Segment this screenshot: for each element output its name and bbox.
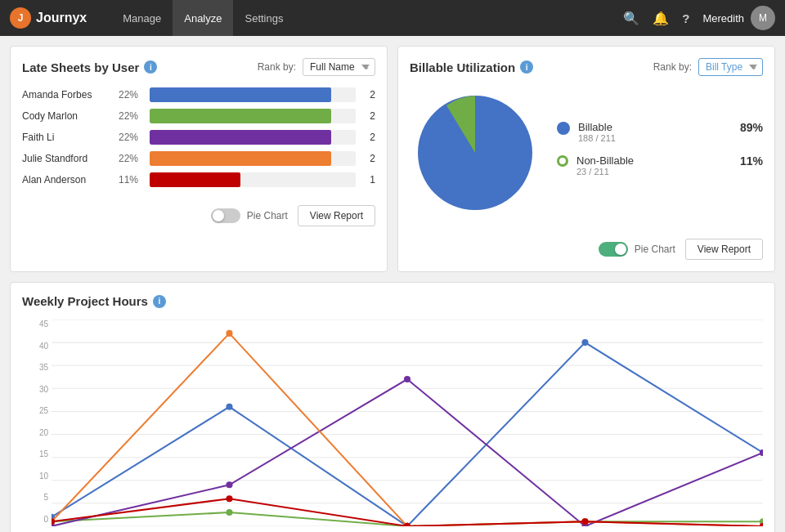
billable-dot [557,122,570,135]
billable-info-icon[interactable]: i [520,60,533,74]
bar-row: Alan Anderson 11% 1 [22,172,375,187]
pie-chart-container [410,87,541,221]
billable-rank-select-wrapper: Bill Type Category Project [698,58,763,76]
billable-view-report-button[interactable]: View Report [685,239,763,260]
rank-by-select[interactable]: Full Name Last Name Username [303,58,375,76]
bar-pct: 22% [119,132,143,143]
bar [150,151,331,166]
svg-point-23 [404,376,410,382]
top-row: Late Sheets by User i Rank by: Full Name… [10,46,775,272]
billable-content: Billable 188 / 211 89% Non-Billable 23 /… [410,87,763,221]
bar-pct: 22% [119,153,143,164]
billable-legend-item-nonbillable: Non-Billable 23 / 211 11% [557,154,763,177]
nonbillable-text: Non-Billable 23 / 211 [576,154,732,177]
avatar: M [751,6,775,30]
svg-point-34 [581,518,588,525]
billable-header: Billable Utilization i Rank by: Bill Typ… [410,58,763,76]
late-sheets-footer: Pie Chart View Report [22,199,375,226]
bar-container [150,151,356,166]
bar-pct: 22% [119,89,143,101]
bar-count: 2 [362,132,375,143]
bar-label: Julie Standford [22,153,112,164]
late-sheets-rank-by: Rank by: Full Name Last Name Username [258,58,375,76]
late-sheets-view-report-button[interactable]: View Report [298,205,375,226]
svg-point-22 [226,481,232,488]
late-sheets-info-icon[interactable]: i [144,60,157,74]
bar-row: Julie Standford 22% 2 [22,151,375,166]
bar-count: 2 [362,110,375,122]
bar-label: Cody Marlon [22,110,112,122]
weekly-title: Weekly Project Hours i [22,294,166,308]
billable-rank-by: Rank by: Bill Type Category Project [653,58,763,76]
svg-point-14 [581,339,588,346]
bar-container [150,172,356,187]
bar-count: 1 [362,174,375,186]
pie-chart-toggle[interactable] [211,208,240,223]
late-sheets-title: Late Sheets by User i [22,60,157,74]
bar-label: Faith Li [22,132,112,143]
pie-chart-svg [410,87,541,218]
billable-toggle-knob [615,244,626,255]
header-right: 🔍 🔔 ? Meredith M [623,6,775,30]
weekly-project-hours-card: Weekly Project Hours i 45 40 35 30 25 20… [10,282,775,532]
svg-point-27 [226,330,232,337]
billable-pie-chart-label: Pie Chart [635,244,675,255]
weekly-info-icon[interactable]: i [153,295,166,308]
app-logo: J Journyx [10,7,87,29]
nav-analyze[interactable]: Analyze [173,0,233,36]
chart-area: 45 40 35 30 25 20 15 10 5 0 [22,320,763,532]
bar-row: Cody Marlon 22% 2 [22,109,375,123]
toggle-knob [213,210,224,221]
billable-pie-toggle-container: Pie Chart [599,242,675,257]
nav-settings[interactable]: Settings [233,0,294,36]
late-sheets-card: Late Sheets by User i Rank by: Full Name… [10,46,388,272]
logo-icon: J [10,7,31,29]
bar [150,87,331,102]
billable-text: Billable 188 / 211 [578,121,732,143]
billable-rank-select[interactable]: Bill Type Category Project [698,58,763,76]
line-chart-svg [52,320,763,526]
main-nav: Manage Analyze Settings [111,0,294,36]
billable-legend-item-billable: Billable 188 / 211 89% [557,121,763,143]
pie-chart-toggle-container: Pie Chart [211,208,288,223]
rank-by-select-wrapper: Full Name Last Name Username [303,58,375,76]
bar-count: 2 [362,89,375,101]
bar [150,172,240,187]
svg-point-35 [760,523,763,526]
bar-container [150,109,356,123]
app-header: J Journyx Manage Analyze Settings 🔍 🔔 ? … [0,0,785,36]
y-axis-labels: 45 40 35 30 25 20 15 10 5 0 [22,320,52,524]
bar-count: 2 [362,153,375,164]
user-menu[interactable]: Meredith M [702,6,775,30]
billable-legend: Billable 188 / 211 89% Non-Billable 23 /… [557,121,763,188]
bar-row: Faith Li 22% 2 [22,130,375,145]
nonbillable-dot [557,155,568,167]
svg-point-12 [226,404,232,410]
bar-row: Amanda Forbes 22% 2 [22,87,375,102]
bar [150,130,331,145]
billable-pie-chart-toggle[interactable] [599,242,628,257]
bar-pct: 22% [119,110,143,122]
bar-container [150,87,356,102]
pie-chart-label: Pie Chart [247,210,288,221]
late-sheets-header: Late Sheets by User i Rank by: Full Name… [22,58,375,76]
bell-icon[interactable]: 🔔 [653,11,669,26]
billable-title: Billable Utilization i [410,60,533,74]
help-icon[interactable]: ? [682,11,689,25]
svg-point-17 [226,509,232,516]
bar-pct: 11% [119,174,143,186]
bar-rows: Amanda Forbes 22% 2 Cody Marlon 22% 2 Fa… [22,87,375,187]
main-content: Late Sheets by User i Rank by: Full Name… [0,36,785,532]
billable-utilization-card: Billable Utilization i Rank by: Bill Typ… [397,46,775,272]
bar-label: Alan Anderson [22,174,112,186]
bar-container [150,130,356,145]
nav-manage[interactable]: Manage [111,0,173,36]
app-name: Journyx [36,11,87,25]
bar [150,109,331,123]
user-name: Meredith [702,12,744,25]
series-t1-0015 [52,379,763,526]
bar-label: Amanda Forbes [22,89,112,101]
svg-point-32 [226,495,232,502]
search-icon[interactable]: 🔍 [623,11,639,26]
billable-footer: Pie Chart View Report [410,232,763,260]
